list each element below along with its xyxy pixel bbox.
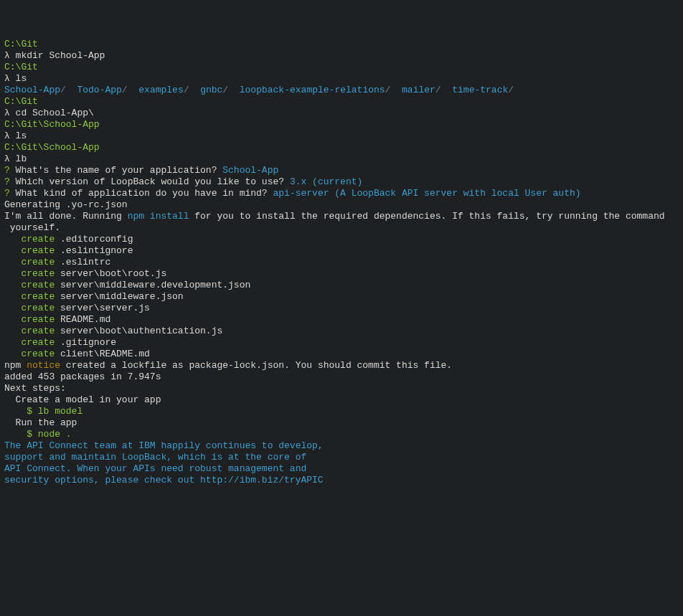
question: What's the name of your application? [10, 165, 222, 176]
sep [189, 85, 201, 95]
terminal-line: λ ls [4, 73, 679, 85]
terminal-line: $ node . [4, 429, 679, 440]
create-word: create [21, 303, 55, 313]
create-word: create [21, 234, 55, 245]
text: Create a model in your app [4, 394, 161, 405]
dir-name: School-App [4, 85, 60, 95]
sep [128, 85, 139, 95]
sep [441, 85, 453, 95]
file: server\boot\root.js [55, 268, 166, 279]
text [4, 337, 21, 348]
file: .eslintrc [55, 257, 110, 267]
text: created a lockfile as package-lock.json.… [60, 360, 452, 371]
question: Which version of LoopBack would you like… [10, 176, 290, 187]
create-word: create [21, 337, 55, 348]
terminal-line: create server\boot\root.js [4, 268, 679, 280]
terminal-output[interactable]: C:\Gitλ mkdir School-AppC:\Gitλ lsSchool… [4, 39, 679, 486]
terminal-line: create README.md [4, 314, 679, 326]
terminal-line: added 453 packages in 7.947s [4, 371, 679, 383]
text: support and maintain LoopBack, which is … [4, 452, 306, 463]
answer: 3.x (current) [290, 176, 362, 187]
text: API Connect. When your APIs need robust … [4, 463, 306, 474]
dir-name: examples [138, 85, 183, 95]
terminal-line: npm notice created a lockfile as package… [4, 360, 679, 371]
file: .gitignore [55, 337, 116, 348]
file: client\README.md [55, 349, 150, 359]
notice: notice [27, 360, 60, 371]
done-line: I'm all done. Running npm install for yo… [4, 211, 679, 234]
dir-name: Todo-App [77, 85, 121, 95]
terminal-line: λ lb [4, 153, 679, 165]
text: λ mkdir School-App [4, 50, 105, 61]
terminal-line: create .eslintrc [4, 257, 679, 268]
text: C:\Git\School-App [4, 142, 100, 153]
terminal-line: Next steps: [4, 383, 679, 394]
create-word: create [21, 326, 55, 336]
terminal-line: λ cd School-App\ [4, 108, 679, 119]
terminal-line: λ mkdir School-App [4, 50, 679, 62]
terminal-line: C:\Git [4, 96, 679, 108]
create-word: create [21, 280, 55, 290]
npm-install: npm install [128, 211, 189, 222]
create-word: create [21, 291, 55, 302]
create-word: create [21, 314, 55, 325]
text: C:\Git [4, 96, 38, 107]
ls-output: School-App/ Todo-App/ examples/ gnbc/ lo… [4, 85, 679, 96]
text [4, 314, 21, 325]
prompt-mark: ? [4, 165, 10, 176]
file: server\boot\authentication.js [55, 326, 222, 336]
prompt-mark: ? [4, 188, 10, 199]
terminal-line: create server\middleware.development.jso… [4, 280, 679, 291]
text [4, 326, 21, 336]
file: server\middleware.development.json [55, 280, 250, 290]
text: The API Connect team at IBM happily cont… [4, 440, 324, 451]
terminal-line: Generating .yo-rc.json [4, 199, 679, 211]
text: Next steps: [4, 383, 66, 394]
question: What kind of application do you have in … [10, 188, 273, 199]
terminal-line: create server\server.js [4, 303, 679, 314]
text: added 453 packages in 7.947s [4, 371, 161, 382]
create-word: create [21, 349, 55, 359]
text: Generating .yo-rc.json [4, 199, 128, 210]
text: λ cd School-App\ [4, 108, 94, 118]
terminal-line: create .editorconfig [4, 234, 679, 245]
text: λ ls [4, 73, 27, 84]
terminal-line: ? What kind of application do you have i… [4, 188, 679, 199]
terminal-line: Create a model in your app [4, 394, 679, 406]
text: Run the app [4, 417, 77, 428]
sep [228, 85, 240, 95]
dir-name: mailer [402, 85, 435, 95]
text: C:\Git [4, 39, 38, 49]
text: $ node . [4, 429, 72, 440]
terminal-line: support and maintain LoopBack, which is … [4, 452, 679, 463]
prompt-mark: ? [4, 176, 10, 187]
text [4, 245, 21, 256]
answer: School-App [222, 165, 278, 176]
terminal-line: create .gitignore [4, 337, 679, 349]
terminal-line: security options, please check out http:… [4, 475, 679, 486]
slash: / [184, 85, 189, 95]
file: .eslintignore [55, 245, 133, 256]
dir-name: loopback-example-relations [240, 85, 385, 95]
answer: api-server (A LoopBack API server with l… [273, 188, 580, 199]
create-word: create [21, 268, 55, 279]
terminal-line: create server\boot\authentication.js [4, 326, 679, 337]
text [4, 303, 21, 313]
terminal-line: create .eslintignore [4, 245, 679, 257]
text: C:\Git\School-App [4, 119, 100, 130]
slash: / [60, 85, 66, 95]
text [4, 280, 21, 290]
text: I'm all done. Running [4, 211, 128, 222]
terminal-line: C:\Git [4, 62, 679, 73]
terminal-line: ? Which version of LoopBack would you li… [4, 176, 679, 188]
create-word: create [21, 245, 55, 256]
text [4, 257, 21, 267]
terminal-line: C:\Git\School-App [4, 119, 679, 131]
terminal-line: ? What's the name of your application? S… [4, 165, 679, 176]
slash: / [435, 85, 441, 95]
text: C:\Git [4, 62, 38, 72]
terminal-line: $ lb model [4, 406, 679, 417]
slash: / [222, 85, 228, 95]
sep [390, 85, 402, 95]
text [4, 234, 21, 245]
